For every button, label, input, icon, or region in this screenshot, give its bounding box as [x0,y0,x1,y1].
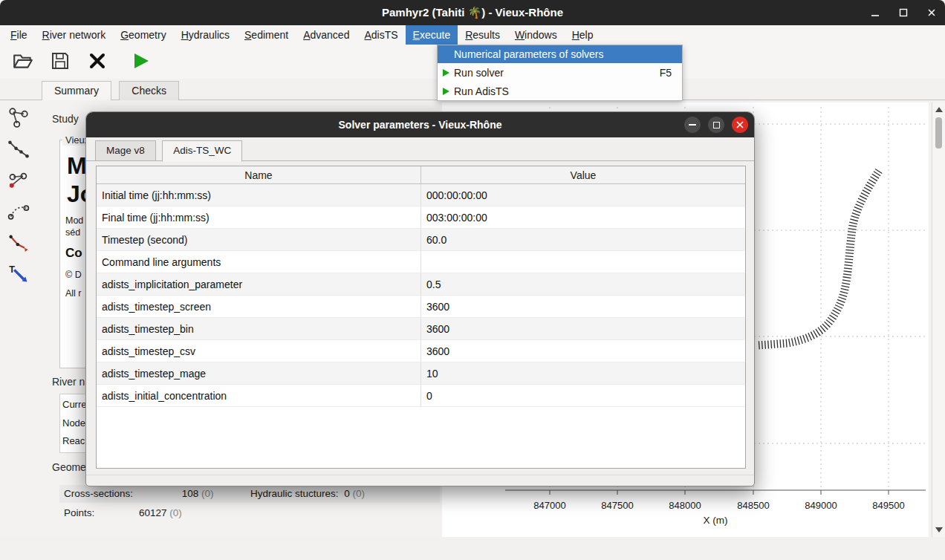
maximize-icon[interactable] [897,7,909,19]
tab-mage-v8[interactable]: Mage v8 [95,140,156,161]
table-row[interactable]: Final time (jj:hh:mm:ss) 003:00:00:00 [97,206,745,229]
x-tick-label: 849000 [805,500,837,511]
table-row[interactable]: Command line arguments [97,251,745,273]
column-header-value[interactable]: Value [421,166,745,183]
execute-dropdown-menu: Numerical parameters of solvers Run solv… [437,45,683,101]
scroll-down-icon[interactable] [935,527,943,533]
table-row[interactable]: adists_timestep_mage 10 [97,362,745,385]
dialog-close-icon[interactable] [732,117,748,133]
descending-profile-icon [7,138,30,163]
study-desc-1: Mod [65,215,83,226]
tab-adis-ts-wc[interactable]: Adis-TS_WC [162,140,242,162]
structures-value: 0 [344,488,350,499]
menu-results[interactable]: Results [458,25,507,45]
structures-extra: (0) [353,488,366,499]
open-folder-button[interactable] [10,49,36,74]
scrollbar-thumb[interactable] [935,117,942,149]
scroll-up-icon[interactable] [935,107,943,112]
menu-sediment[interactable]: Sediment [237,25,296,45]
menu-item-numerical-parameters[interactable]: Numerical parameters of solvers [438,45,682,63]
close-x-icon [87,51,108,74]
run-solver-button[interactable] [128,49,153,74]
menu-river-network[interactable]: River network [35,25,114,45]
menu-adists[interactable]: AdisTS [357,25,405,45]
study-section-label: Study [52,113,79,125]
param-name: adists_initial_concentration [97,385,421,406]
menu-help[interactable]: Help [565,25,601,45]
x-tick-label: 848500 [737,500,769,511]
param-name: Final time (jj:hh:mm:ss) [97,206,421,228]
param-value[interactable]: 3600 [421,296,745,317]
structures-label: Hydraulic stuctures: [250,488,339,499]
table-row[interactable]: adists_initial_concentration 0 [97,385,745,407]
menu-file[interactable]: File [3,25,35,45]
dialog-titlebar[interactable]: Solver parameters - Vieux-Rhône [86,112,754,137]
red-slope-icon [7,232,30,257]
dotted-path-icon [7,201,30,226]
slope-tool[interactable] [4,230,33,258]
dialog-maximize-icon[interactable] [708,117,724,133]
river-network-section-label: River n [52,376,85,388]
menu-advanced[interactable]: Advanced [296,25,357,45]
river-row-reaches: Reac [62,435,85,446]
river-network-tool[interactable] [4,104,33,132]
window-title: Pamhyr2 (Tahiti 🌴) - Vieux-Rhône [0,0,945,25]
param-value[interactable]: 3600 [421,318,745,339]
river-row-nodes: Node [62,417,85,429]
solver-parameters-dialog: Solver parameters - Vieux-Rhône Mage v8 … [85,111,755,486]
param-name: adists_implicitation_parameter [97,273,421,295]
param-value[interactable]: 000:00:00:00 [421,184,745,206]
x-tick-label: 849500 [872,500,904,511]
param-name: adists_timestep_mage [97,362,421,384]
window-controls [869,0,938,25]
x-tick-label: 848000 [669,500,701,511]
menu-item-run-solver[interactable]: Run solver F5 [438,63,682,82]
menu-windows[interactable]: Windows [507,25,565,45]
save-button[interactable] [48,49,73,74]
param-value[interactable]: 0.5 [421,273,745,295]
menu-item-run-adists[interactable]: Run AdisTS [438,82,682,100]
river-cross-sections-path[interactable] [758,171,879,345]
table-row[interactable]: adists_timestep_screen 3600 [97,296,745,318]
menu-item-label: Run AdisTS [454,85,672,97]
param-value[interactable]: 3600 [421,340,745,362]
titlebar[interactable]: Pamhyr2 (Tahiti 🌴) - Vieux-Rhône [0,0,945,25]
param-value[interactable] [421,251,745,273]
tab-checks[interactable]: Checks [119,81,179,101]
dialog-minimize-icon[interactable] [684,117,701,133]
path-tool[interactable] [4,199,33,227]
menu-hydraulics[interactable]: Hydraulics [174,25,237,45]
param-value[interactable]: 0 [421,385,745,406]
river-row-current: Curre [62,399,87,410]
param-value[interactable]: 003:00:00:00 [421,206,745,228]
node-edit-tool[interactable] [4,168,33,196]
param-value[interactable]: 10 [421,362,745,384]
tab-summary[interactable]: Summary [42,81,111,102]
table-row[interactable]: adists_timestep_bin 3600 [97,318,745,340]
dialog-tabbar: Mage v8 Adis-TS_WC [86,137,754,161]
table-row[interactable]: Initial time (jj:hh:mm:ss) 000:00:00:00 [97,184,745,206]
close-icon[interactable] [926,7,938,19]
table-row[interactable]: adists_implicitation_parameter 0.5 [97,273,745,296]
column-header-name[interactable]: Name [97,166,421,183]
minimize-icon[interactable] [869,7,881,19]
points-label: Points: [64,507,94,518]
param-value[interactable]: 60.0 [421,229,745,250]
x-axis-label: X (m) [704,515,728,526]
profile-tool[interactable] [4,136,33,164]
study-subtitle: Co [65,246,82,261]
network-nodes-icon [7,106,30,131]
menu-item-label: Numerical parameters of solvers [454,48,672,60]
menu-item-label: Run solver [454,67,660,79]
param-name: Command line arguments [97,251,421,273]
structures-stat: Hydraulic stuctures: 0 (0) [250,488,365,499]
table-row[interactable]: Timestep (second) 60.0 [97,229,745,251]
translate-tool[interactable]: T [4,260,33,288]
table-row[interactable]: adists_timestep_csv 3600 [97,340,745,362]
param-name: adists_timestep_bin [97,318,421,339]
menu-geometry[interactable]: Geometry [113,25,173,45]
close-study-button[interactable] [85,49,110,74]
menubar: File River network Geometry Hydraulics S… [0,25,945,45]
vertical-scrollbar[interactable] [932,102,945,537]
menu-execute[interactable]: Execute [406,25,458,45]
